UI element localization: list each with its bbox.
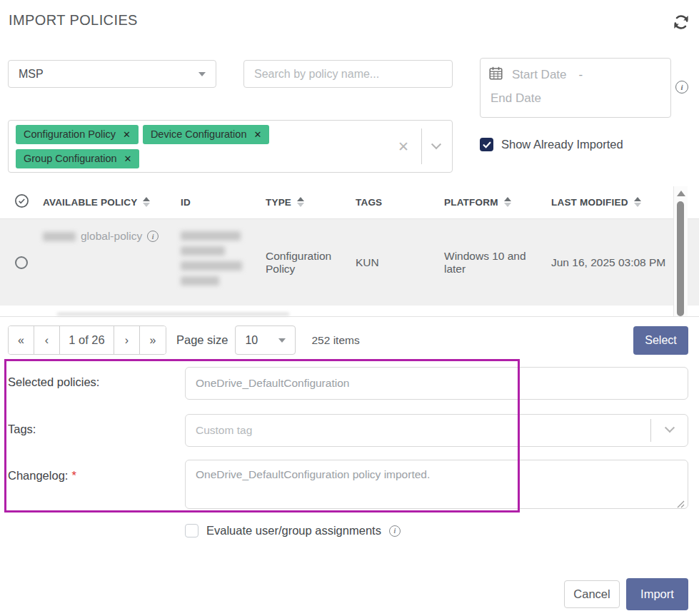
import-button[interactable]: Import (626, 578, 688, 610)
last-page-button[interactable]: » (140, 326, 166, 354)
next-row-partial (57, 313, 289, 315)
checkbox-unchecked-icon (185, 524, 198, 537)
divider (650, 419, 651, 442)
column-header-id: ID (181, 197, 266, 208)
tag-chip: Group Configuration ✕ (16, 149, 139, 168)
show-already-imported-label: Show Already Imported (501, 138, 623, 151)
select-all-icon[interactable] (14, 193, 29, 211)
tag-chip-list: Configuration Policy ✕ Device Configurat… (9, 118, 386, 175)
pagination-bar: « ‹ 1 of 26 › » Page size 10 252 items (8, 325, 360, 355)
column-header-type[interactable]: TYPE (266, 197, 356, 208)
checkbox-checked-icon (480, 138, 493, 151)
select-button[interactable]: Select (633, 326, 688, 355)
page-size-value: 10 (245, 334, 258, 347)
tag-filter-multiselect[interactable]: Configuration Policy ✕ Device Configurat… (8, 120, 453, 173)
sort-icon (634, 197, 641, 207)
scroll-up-icon[interactable] (677, 191, 685, 196)
tag-chip: Configuration Policy ✕ (16, 125, 139, 144)
sort-icon (143, 197, 150, 207)
start-date-placeholder: Start Date (512, 68, 567, 82)
policy-name: global-policy (81, 230, 142, 243)
calendar-icon (489, 66, 503, 84)
table-header-row: AVAILABLE POLICY ID TYPE TAGS PLATFORM L… (0, 186, 699, 219)
page-size-select[interactable]: 10 (235, 325, 296, 355)
caret-down-icon (278, 338, 286, 343)
row-select-radio[interactable] (15, 256, 28, 269)
selected-policies-input[interactable] (185, 367, 688, 400)
column-header-last-modified[interactable]: LAST MODIFIED (551, 197, 673, 208)
changelog-textarea[interactable]: OneDrive_DefaultConfiguration policy imp… (185, 460, 688, 509)
tags-label: Tags: (8, 423, 36, 436)
tag-chip-label: Device Configuration (151, 128, 247, 140)
tag-chip-label: Configuration Policy (24, 128, 116, 140)
page-title: IMPORT POLICIES (9, 12, 138, 29)
column-header-platform[interactable]: PLATFORM (444, 197, 551, 208)
policy-tags: KUN (356, 219, 444, 306)
tags-input[interactable] (185, 414, 688, 447)
scope-select-value: MSP (19, 68, 44, 81)
scope-select[interactable]: MSP (8, 60, 216, 88)
show-already-imported-checkbox[interactable]: Show Already Imported (480, 138, 623, 151)
import-policies-dialog: IMPORT POLICIES MSP (0, 0, 699, 616)
table-scrollbar[interactable] (673, 186, 688, 316)
end-date-placeholder: End Date (489, 91, 662, 106)
selected-policies-label: Selected policies: (8, 375, 99, 389)
clear-all-icon[interactable]: ✕ (386, 138, 421, 155)
next-page-button[interactable]: › (114, 326, 140, 354)
tags-dropdown-toggle[interactable] (666, 426, 673, 433)
scrollbar-thumb[interactable] (677, 201, 684, 316)
evaluate-assignments-label: Evaluate user/group assignments (206, 524, 381, 537)
prev-page-button[interactable]: ‹ (34, 326, 60, 354)
items-count: 252 items (311, 334, 359, 347)
refresh-icon (673, 22, 690, 33)
date-range-separator: - (579, 68, 583, 82)
date-range-info-icon[interactable]: i (675, 81, 688, 94)
multiselect-toggle[interactable] (422, 143, 452, 150)
caret-down-icon (198, 72, 206, 76)
redacted-id (181, 230, 256, 286)
search-input[interactable] (243, 60, 453, 88)
evaluate-assignments-checkbox[interactable]: Evaluate user/group assignments i (185, 524, 401, 537)
policy-info-icon[interactable]: i (147, 231, 159, 242)
first-page-button[interactable]: « (9, 326, 34, 354)
column-header-tags: TAGS (356, 197, 444, 208)
tag-chip-label: Group Configuration (24, 153, 117, 164)
refresh-button[interactable] (672, 14, 690, 32)
policy-platform: Windows 10 and later (444, 219, 551, 306)
tag-chip: Device Configuration ✕ (143, 125, 270, 144)
chip-remove-icon[interactable]: ✕ (123, 129, 131, 140)
policies-table: AVAILABLE POLICY ID TYPE TAGS PLATFORM L… (0, 186, 699, 317)
policy-type: Configuration Policy (266, 219, 356, 306)
chevron-down-icon (431, 139, 441, 149)
chip-remove-icon[interactable]: ✕ (124, 153, 132, 164)
date-range-picker[interactable]: Start Date - End Date (480, 58, 671, 118)
sort-icon (504, 197, 511, 207)
required-marker: * (71, 469, 76, 482)
table-row[interactable]: global-policy i Configuration Policy KUN… (0, 219, 699, 306)
pager-group: « ‹ 1 of 26 › » (8, 325, 166, 355)
tags-input-wrap (185, 414, 688, 447)
current-page-indicator: 1 of 26 (60, 326, 114, 354)
policy-last-modified: Jun 16, 2025 03:08 PM (551, 219, 673, 306)
page-size-label: Page size (176, 333, 228, 347)
column-header-available-policy[interactable]: AVAILABLE POLICY (43, 197, 181, 208)
evaluate-assignments-info-icon[interactable]: i (389, 525, 401, 537)
changelog-label: Changelog:* (8, 469, 76, 483)
cancel-button[interactable]: Cancel (564, 580, 620, 608)
chip-remove-icon[interactable]: ✕ (253, 129, 261, 140)
sort-icon (297, 197, 304, 207)
redacted-text (43, 232, 76, 241)
